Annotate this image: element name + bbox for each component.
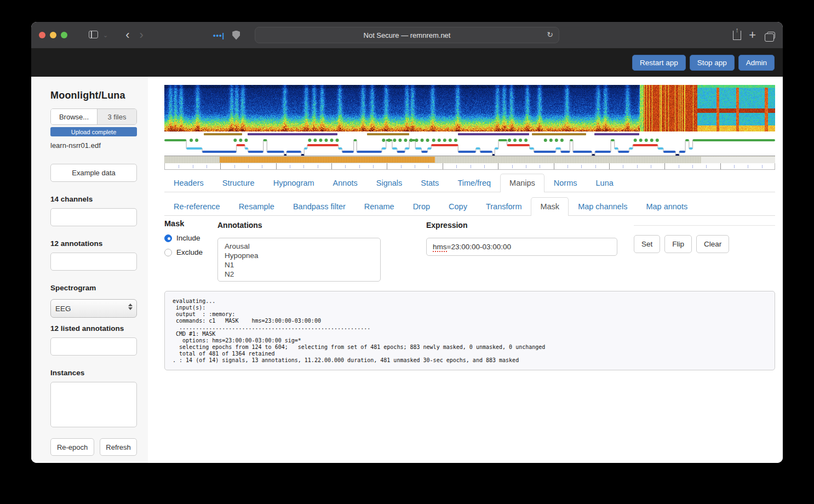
- subtab-rename[interactable]: Rename: [355, 197, 404, 216]
- tab-overview-icon[interactable]: [767, 32, 775, 39]
- divider: [634, 225, 775, 226]
- forward-button: ›: [135, 29, 148, 41]
- subtab-bandpass-filter[interactable]: Bandpass filter: [284, 197, 355, 216]
- browser-window: ⌄ ‹ › •••| Not Secure — remnrem.net ↻ + …: [31, 22, 783, 463]
- channels-input[interactable]: [50, 208, 137, 226]
- mask-mode-radiogroup: IncludeExclude: [164, 234, 213, 256]
- new-tab-icon[interactable]: +: [746, 28, 759, 42]
- upload-progress-bar: Upload complete: [50, 127, 137, 136]
- clear-button[interactable]: Clear: [696, 235, 729, 253]
- expression-value-misspelled: hms: [433, 243, 447, 252]
- mask-panel: Mask IncludeExclude Annotations ArousalH…: [164, 219, 775, 282]
- annotation-bars: [164, 133, 775, 136]
- tab-structure[interactable]: Structure: [213, 174, 264, 192]
- annotation-option[interactable]: Arousal: [225, 242, 374, 251]
- select-stepper-icon: [128, 303, 133, 310]
- subtab-map-channels[interactable]: Map channels: [569, 197, 637, 216]
- manips-subtabbar: Re-referenceResampleBandpass filterRenam…: [164, 197, 775, 216]
- address-bar[interactable]: Not Secure — remnrem.net ↻: [255, 27, 559, 43]
- tab-headers[interactable]: Headers: [164, 174, 213, 192]
- spectrogram-plot[interactable]: [164, 85, 775, 131]
- annotations-input[interactable]: [50, 253, 137, 271]
- refresh-button[interactable]: Refresh: [100, 438, 137, 456]
- subtab-drop[interactable]: Drop: [404, 197, 439, 216]
- instances-label: Instances: [50, 369, 137, 377]
- loaded-file-name: learn-nsrr01.edf: [50, 141, 137, 150]
- app-title: Moonlight/Luna: [50, 90, 137, 101]
- subtab-transform[interactable]: Transform: [477, 197, 531, 216]
- annotations-listbox[interactable]: ArousalHypopneaN1N2: [217, 238, 381, 282]
- subtab-resample[interactable]: Resample: [230, 197, 284, 216]
- example-data-button[interactable]: Example data: [50, 164, 137, 182]
- tab-time-freq[interactable]: Time/freq: [448, 174, 500, 192]
- flip-button[interactable]: Flip: [664, 235, 692, 253]
- chevron-down-icon[interactable]: ⌄: [103, 32, 113, 38]
- annotation-option[interactable]: Hypopnea: [225, 251, 374, 260]
- console-text: evaluating... input(s): output : :memory…: [173, 298, 767, 364]
- annotations-list-label: Annotations: [217, 221, 381, 230]
- traffic-lights: [39, 32, 67, 38]
- mask-heading: Mask: [164, 219, 213, 228]
- mask-mode-radio-exclude[interactable]: Exclude: [164, 248, 213, 256]
- admin-button[interactable]: Admin: [738, 55, 775, 71]
- tab-annots[interactable]: Annots: [324, 174, 367, 192]
- subtab-map-annots[interactable]: Map annots: [637, 197, 697, 216]
- back-button[interactable]: ‹: [121, 29, 134, 41]
- main-panel: HeadersStructureHypnogramAnnotsSignalsSt…: [148, 77, 783, 463]
- spectrogram-channel-select[interactable]: EEG: [50, 299, 137, 318]
- privacy-report-icon[interactable]: •••|: [213, 31, 225, 39]
- share-icon[interactable]: [733, 31, 741, 40]
- files-count-label: 3 files: [97, 109, 136, 124]
- spectrogram-label: Spectrogram: [50, 284, 137, 292]
- re-epoch-button[interactable]: Re-epoch: [50, 438, 94, 456]
- radio-icon[interactable]: [164, 234, 172, 242]
- masked-region: [220, 157, 434, 163]
- tab-luna[interactable]: Luna: [587, 174, 623, 192]
- mask-mode-radio-include[interactable]: Include: [164, 234, 213, 242]
- expression-input[interactable]: hms=23:00:00-03:00:00: [426, 238, 617, 256]
- stop-app-button[interactable]: Stop app: [690, 55, 735, 71]
- toolbar-right-icons: +: [733, 28, 775, 42]
- radio-icon[interactable]: [164, 249, 172, 256]
- close-window-button[interactable]: [39, 32, 45, 38]
- mask-action-buttons: SetFlipClear: [634, 235, 775, 253]
- restart-app-button[interactable]: Restart app: [632, 55, 686, 71]
- reload-icon[interactable]: ↻: [547, 30, 553, 39]
- tab-signals[interactable]: Signals: [367, 174, 412, 192]
- annotation-bar-purple: [248, 133, 337, 135]
- annotation-option[interactable]: N1: [225, 260, 374, 270]
- listed-annotations-input[interactable]: [50, 337, 137, 356]
- subtab-re-reference[interactable]: Re-reference: [164, 197, 230, 216]
- expression-value-rest: =23:00:00-03:00:00: [447, 243, 511, 251]
- hypnogram-plot[interactable]: [164, 137, 775, 156]
- radio-label: Exclude: [176, 248, 203, 256]
- tab-manips[interactable]: Manips: [500, 174, 544, 192]
- annotations-label: 12 annotations: [50, 239, 137, 248]
- instances-textarea[interactable]: [50, 382, 137, 427]
- file-upload-control[interactable]: Browse... 3 files: [50, 108, 137, 125]
- address-text: Not Secure — remnrem.net: [364, 31, 451, 39]
- radio-label: Include: [176, 234, 200, 242]
- annotation-option[interactable]: N2: [225, 270, 374, 279]
- tab-hypnogram[interactable]: Hypnogram: [264, 174, 324, 192]
- tab-norms[interactable]: Norms: [544, 174, 587, 192]
- shield-icon[interactable]: [232, 31, 240, 40]
- minimize-window-button[interactable]: [50, 32, 56, 38]
- browser-toolbar: ⌄ ‹ › •••| Not Secure — remnrem.net ↻ +: [31, 22, 783, 48]
- sidebar-toggle-icon[interactable]: [84, 31, 103, 40]
- time-ruler: [164, 163, 775, 170]
- browse-button[interactable]: Browse...: [51, 109, 97, 124]
- signal-overview[interactable]: [164, 85, 775, 170]
- page-content: Moonlight/Luna Browse... 3 files Upload …: [31, 77, 783, 463]
- mask-epoch-band[interactable]: [164, 156, 775, 163]
- sidebar: Moonlight/Luna Browse... 3 files Upload …: [31, 77, 148, 463]
- subtab-mask[interactable]: Mask: [531, 197, 569, 216]
- subtab-copy[interactable]: Copy: [439, 197, 477, 216]
- tab-stats[interactable]: Stats: [411, 174, 448, 192]
- screenshot-stage: ⌄ ‹ › •••| Not Secure — remnrem.net ↻ + …: [0, 0, 814, 504]
- main-tabbar: HeadersStructureHypnogramAnnotsSignalsSt…: [164, 173, 775, 192]
- set-button[interactable]: Set: [634, 235, 660, 253]
- zoom-window-button[interactable]: [61, 32, 67, 38]
- annotation-bar-purple: [458, 133, 529, 135]
- annotation-bar-olive: [367, 133, 409, 135]
